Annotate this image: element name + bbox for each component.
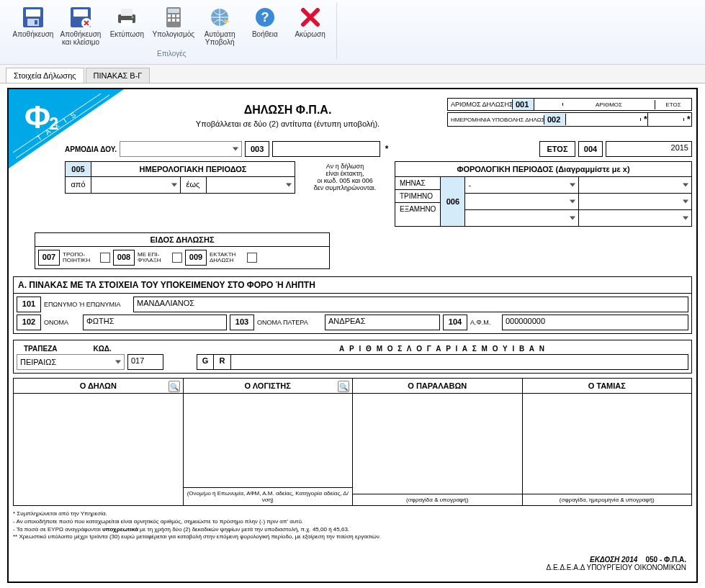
footer-notes: * Συμπληρώνεται από την Υπηρεσία. - Αν ο… (13, 510, 692, 541)
help-label: Βοήθεια (252, 30, 278, 38)
star-etos: * (684, 113, 691, 126)
bank-code-field[interactable]: 017 (127, 354, 163, 370)
code-103: 103 (230, 315, 254, 330)
code-008: 008 (113, 250, 135, 266)
save-close-icon (69, 6, 92, 29)
imer-label: ΗΜΕΡΟΜΗΝΙΑ ΥΠΟΒΟΛΗΣ ΔΗΛΩΣΗΣ (448, 115, 544, 125)
cancel-button[interactable]: Ακύρωση (289, 4, 331, 58)
paralavon-label: Ο ΠΑΡΑΛΑΒΩΝ (353, 379, 522, 394)
print-icon (115, 6, 138, 29)
svg-rect-12 (168, 9, 179, 13)
svg-point-10 (132, 17, 134, 19)
hdr-arithmos-dilosis: ΑΡΙΘΜΟΣ ΔΗΛΩΣΗΣ 001 ΑΡΙΘΜΟΣ ΕΤΟΣ (447, 98, 692, 111)
autosubmit-label2: Υποβολή (205, 38, 235, 46)
patros-label: ΟΝΟΜΑ ΠΑΤΕΡΑ (257, 319, 322, 326)
onoma-label: ΟΝΟΜΑ (44, 319, 80, 326)
star-002: * (641, 113, 648, 126)
apo-dropdown[interactable] (91, 177, 181, 193)
forper-label: ΦΟΡΟΛΟΓΙΚΗ ΠΕΡΙΟΔΟΣ (Διαγραμμίστε με x) (395, 162, 691, 177)
svg-rect-8 (121, 9, 133, 16)
code-101: 101 (17, 297, 41, 312)
arith-dil-label: ΑΡΙΘΜΟΣ ΔΗΛΩΣΗΣ (448, 99, 513, 109)
paralavon-foot: (σφραγίδα & υπογραφή) (353, 494, 522, 505)
note-star: * Συμπληρώνεται από την Υπηρεσία. (13, 510, 692, 518)
footer-code: 050 - Φ.Π.Α. (645, 556, 686, 564)
title-text: ΔΗΛΩΣΗ Φ.Π.Α. (133, 104, 443, 117)
globe-icon (208, 6, 231, 29)
autosubmit-label1: Αυτόματη (205, 30, 235, 38)
doy-field[interactable] (272, 141, 380, 157)
note-2: - Τα ποσά σε ΕΥΡΩ αναγράφονται υποχρεωτι… (13, 526, 692, 534)
bank-block: ΤΡΑΠΕΖΑ ΚΩΔ. ΠΕΙΡΑΙΩΣ 017 Α Ρ Ι Θ Μ Ο Σ … (13, 340, 692, 374)
save-close-label2: και κλείσιμο (62, 38, 99, 46)
forologiki-block: ΦΟΡΟΛΟΓΙΚΗ ΠΕΡΙΟΔΟΣ (Διαγραμμίστε με x) … (395, 161, 692, 227)
help-icon: ? (253, 6, 277, 29)
eidos-block: ΕΙΔΟΣ ΔΗΛΩΣΗΣ 007 ΤΡΟΠΟ- ΠΟΙΗΤΙΚΗ 008 ΜΕ… (35, 232, 330, 269)
ektakti-label: ΕΚΤΑΚΤΗ ΔΗΛΩΣΗ (210, 252, 244, 263)
save-close-label1: Αποθήκευση (60, 30, 102, 38)
cb-008[interactable] (172, 253, 182, 263)
svg-rect-16 (168, 19, 171, 22)
save-button[interactable]: Αποθήκευση (12, 4, 55, 58)
minas-dd2[interactable] (579, 177, 691, 193)
svg-rect-14 (172, 14, 175, 17)
header-right: ΑΡΙΘΜΟΣ ΔΗΛΩΣΗΣ 001 ΑΡΙΘΜΟΣ ΕΤΟΣ ΗΜΕΡΟΜΗ… (447, 98, 692, 127)
sig-dilon: Ο ΔΗΛΩΝ 🔍 (13, 378, 184, 506)
examino-label: ΕΞΑΜΗΝΟ (395, 203, 440, 215)
tab-pinakas-bg[interactable]: ΠΙΝΑΚΑΣ Β-Γ (86, 68, 151, 83)
cb-007[interactable] (100, 253, 110, 263)
period-note: Αν η δήλωσηείναι έκτακτη,οι κωδ. 005 και… (298, 161, 392, 191)
form-tabs: Στοιχεία Δήλωσης ΠΙΝΑΚΑΣ Β-Γ (0, 65, 705, 83)
code-009: 009 (185, 250, 207, 266)
ribbon-group-label: Επιλογές (157, 50, 186, 58)
logistis-label: Ο ΛΟΓΙΣΤΗΣ (245, 381, 291, 390)
tropo-label: ΤΡΟΠΟ- ΠΟΙΗΤΙΚΗ (63, 252, 97, 263)
code-007: 007 (38, 250, 60, 266)
examino-dd2[interactable] (579, 210, 691, 226)
ekdosi: ΕΚΔΟΣΗ 2014 (590, 556, 637, 564)
search-logistis-icon[interactable]: 🔍 (338, 381, 349, 392)
kod-label: ΚΩΔ. (93, 345, 111, 353)
apo-label: από (66, 177, 91, 193)
search-dilon-icon[interactable]: 🔍 (169, 381, 180, 392)
subtitle: Υποβάλλεται σε δύο (2) αντίτυπα (έντυπη … (133, 119, 443, 128)
logistis-foot: (Ονομ/μο ή Επωνυμία, ΑΦΜ, Α.Μ. αδείας, Κ… (184, 487, 353, 505)
epif-label: ΜΕ ΕΠΙ- ΦΥΛΑΞΗ (138, 252, 169, 263)
code-102: 102 (17, 315, 41, 330)
doy-dropdown[interactable] (120, 141, 242, 157)
eos-dropdown[interactable] (207, 177, 295, 193)
patros-field[interactable]: ΑΝΔΡΕΑΣ (325, 315, 440, 330)
svg-rect-13 (168, 14, 171, 17)
trimino-label: ΤΡΙΜΗΝΟ (395, 190, 440, 203)
eponymo-field[interactable]: ΜΑΝΔΑΛΙΑΝΟΣ (133, 297, 688, 312)
cancel-icon (299, 6, 322, 29)
cb-009[interactable] (247, 253, 257, 263)
code-104: 104 (443, 315, 467, 330)
afm-field[interactable]: 000000000 (502, 315, 688, 330)
trimino-dd2[interactable] (579, 194, 691, 209)
sig-paralavon: Ο ΠΑΡΑΛΑΒΩΝ (σφραγίδα & υπογραφή) (353, 378, 523, 506)
help-button[interactable]: ? Βοήθεια (245, 4, 286, 58)
bank-dropdown[interactable]: ΠΕΙΡΑΙΩΣ (17, 354, 125, 370)
eos-label: έως (181, 177, 207, 193)
minas-dd1[interactable]: - (465, 177, 578, 193)
footer-org: Δ.Ε.Δ.Ε.Α.Δ ΥΠΟΥΡΓΕΙΟΥ ΟΙΚΟΝΟΜΙΚΩΝ (546, 564, 686, 571)
year-field[interactable]: 2015 (606, 141, 692, 157)
code-002: 002 (544, 114, 566, 125)
iban-title: Α Ρ Ι Θ Μ Ο Σ Λ Ο Γ Α Ρ Ι Α Σ Μ Ο Υ Ι Β … (197, 343, 688, 354)
save-icon (22, 6, 45, 29)
trimino-dd1[interactable] (465, 194, 578, 209)
iban-field[interactable] (231, 354, 688, 370)
form-area: Φ2T A X I S ΔΗΛΩΣΗ Φ.Π.Α. Υποβάλλεται σε… (0, 83, 705, 588)
print-button[interactable]: Εκτύπωση (107, 4, 148, 58)
ribbon-group: Αποθήκευση Αποθήκευση και κλείσιμο Εκτύπ… (6, 3, 337, 59)
tab-details[interactable]: Στοιχεία Δήλωσης (6, 68, 84, 83)
svg-text:?: ? (261, 10, 269, 24)
examino-dd1[interactable] (465, 210, 578, 226)
autosubmit-button[interactable]: Αυτόματη Υποβολή (199, 4, 241, 58)
svg-rect-18 (176, 19, 179, 22)
save-close-button[interactable]: Αποθήκευση και κλείσιμο (59, 4, 102, 58)
trapeza-label: ΤΡΑΠΕΖΑ (24, 345, 57, 353)
calculator-icon (162, 6, 185, 29)
onoma-field[interactable]: ΦΩΤΗΣ (83, 315, 227, 330)
